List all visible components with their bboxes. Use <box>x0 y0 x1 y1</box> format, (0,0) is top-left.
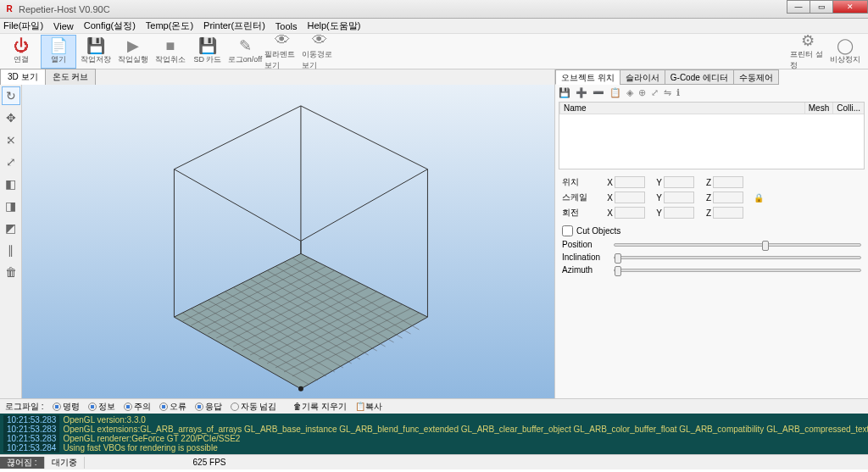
pos-x-input[interactable] <box>615 176 645 188</box>
menu-config[interactable]: Config(설정) <box>84 19 136 32</box>
add-icon[interactable]: ➕ <box>576 87 587 98</box>
pos-y-input[interactable] <box>664 176 694 188</box>
eye-icon: 👁 <box>275 32 290 49</box>
svg-line-0 <box>174 106 301 169</box>
stop-circle-icon: ◯ <box>837 37 854 54</box>
view-top-button[interactable]: ◧ <box>2 175 20 193</box>
svg-line-1 <box>301 106 428 169</box>
main-toolbar: ⏻연결 📄열기 💾작업저장 ▶작업실행 ■작업취소 💾SD 카드 ✎로그on/o… <box>0 34 868 69</box>
move-view-button[interactable]: ✥ <box>2 108 20 127</box>
remove-icon[interactable]: ➖ <box>593 87 604 98</box>
tab-temp-curve[interactable]: 온도 커브 <box>45 69 97 85</box>
inclination-slider[interactable] <box>614 256 861 259</box>
tab-3d-view[interactable]: 3D 보기 <box>0 69 46 85</box>
menu-printer[interactable]: Printer(프린터) <box>203 19 265 32</box>
filter-autoscroll[interactable]: 자동 넘김 <box>231 401 277 413</box>
connect-button[interactable]: ⏻연결 <box>3 35 39 69</box>
menu-view[interactable]: View <box>53 21 74 31</box>
printer-settings-button[interactable]: ⚙프린터 설정 <box>790 35 826 69</box>
scale-x-input[interactable] <box>615 192 645 203</box>
menu-temp[interactable]: Temp(온도) <box>146 19 193 32</box>
run-job-button[interactable]: ▶작업실행 <box>115 35 151 69</box>
copy-log-button[interactable]: 📋복사 <box>355 401 382 413</box>
filter-warnings[interactable]: 주의 <box>124 401 151 413</box>
right-tabs: 오브젝트 위치 슬라이서 G-Code 에디터 수동제어 <box>555 69 868 85</box>
label-rotation: 회전 <box>562 207 596 219</box>
pos-z-input[interactable] <box>713 176 743 188</box>
log-message: OpenGL renderer:GeForce GT 220/PCIe/SSE2 <box>63 434 240 443</box>
col-mesh[interactable]: Mesh <box>804 103 832 114</box>
svg-line-3 <box>301 169 428 242</box>
filament-view-button[interactable]: 👁필라멘트 보기 <box>264 35 300 69</box>
log-timestamp: 10:21:53.283 <box>3 434 59 443</box>
autoplace-icon[interactable]: ◈ <box>626 87 633 98</box>
rot-x-input[interactable] <box>615 207 645 219</box>
clear-log-button[interactable]: 🗑기록 지우기 <box>293 401 347 413</box>
open-button[interactable]: 📄열기 <box>41 35 76 69</box>
filter-ack[interactable]: 응답 <box>195 401 222 413</box>
label-scale: 스케일 <box>562 192 596 203</box>
status-idle: 대기중 <box>45 457 85 469</box>
view-iso-button[interactable]: ◩ <box>2 219 20 237</box>
save-job-button[interactable]: 💾작업저장 <box>78 35 114 69</box>
svg-point-37 <box>298 386 303 391</box>
scale-icon[interactable]: ⤢ <box>651 87 659 98</box>
sdcard-button[interactable]: 💾SD 카드 <box>190 35 225 69</box>
stop-job-button[interactable]: ■작업취소 <box>153 35 188 69</box>
mirror-icon[interactable]: ⇋ <box>664 87 671 98</box>
delete-object-button[interactable]: 🗑 <box>2 263 20 281</box>
status-bar: 끊어짐 : 대기중 625 FPS <box>0 454 868 469</box>
3d-viewport[interactable] <box>22 85 554 398</box>
reset-view-button[interactable]: ↻ <box>2 86 20 105</box>
tab-gcode-editor[interactable]: G-Code 에디터 <box>665 69 734 85</box>
menu-help[interactable]: Help(도움말) <box>308 19 361 32</box>
menu-tools[interactable]: Tools <box>275 21 298 31</box>
log-toggle-button[interactable]: ✎로그on/off <box>227 35 263 69</box>
log-output[interactable]: 10:21:53.283OpenGL version:3.3.0 10:21:5… <box>0 414 868 454</box>
filter-errors[interactable]: 오류 <box>159 401 186 413</box>
center-icon[interactable]: ⊕ <box>638 87 646 98</box>
cut-position-slider[interactable] <box>614 243 861 247</box>
label-cut-position: Position <box>562 240 609 249</box>
rot-z-input[interactable] <box>713 207 743 219</box>
filter-info[interactable]: 정보 <box>88 401 115 413</box>
status-connection: 끊어짐 : <box>0 457 45 469</box>
col-collision[interactable]: Colli... <box>832 103 864 114</box>
lock-icon[interactable]: 🔒 <box>754 193 764 203</box>
save-icon[interactable]: 💾 <box>559 87 570 98</box>
maximize-button[interactable]: ▭ <box>810 0 833 14</box>
scale-y-input[interactable] <box>664 192 694 203</box>
tab-manual-control[interactable]: 수동제어 <box>733 69 779 85</box>
tab-slicer[interactable]: 슬라이서 <box>620 69 665 85</box>
label-position: 위치 <box>562 176 596 188</box>
app-icon: R <box>3 3 15 15</box>
info-icon[interactable]: ℹ <box>676 87 680 98</box>
parallel-proj-button[interactable]: ∥ <box>2 241 20 259</box>
zoom-button[interactable]: ⤢ <box>2 153 20 171</box>
object-list[interactable]: Name Mesh Colli... <box>559 102 865 169</box>
trash-icon: 🗑 <box>293 402 302 411</box>
save-icon: 💾 <box>86 37 105 54</box>
minimize-button[interactable]: — <box>787 0 810 14</box>
label-inclination: Inclination <box>562 253 609 262</box>
move-object-button[interactable]: ⤪ <box>2 130 20 149</box>
col-name[interactable]: Name <box>559 103 804 114</box>
menu-file[interactable]: File(파일) <box>3 19 43 32</box>
rot-y-input[interactable] <box>664 207 694 219</box>
log-message: OpenGL extensions:GL_ARB_arrays_of_array… <box>63 425 868 434</box>
copy-icon[interactable]: 📋 <box>609 87 621 98</box>
azimuth-slider[interactable] <box>614 269 861 272</box>
filter-commands[interactable]: 명령 <box>53 401 80 413</box>
scale-z-input[interactable] <box>713 192 743 203</box>
log-message: OpenGL version:3.3.0 <box>63 415 145 425</box>
tab-object-placement[interactable]: 오브젝트 위치 <box>555 69 620 85</box>
close-button[interactable]: ✕ <box>832 0 868 14</box>
file-icon: 📄 <box>49 37 68 54</box>
log-message: Using fast VBOs for rendering is possibl… <box>63 443 217 453</box>
eye-icon: 👁 <box>312 32 327 49</box>
cut-objects-checkbox[interactable] <box>562 225 573 236</box>
travel-view-button[interactable]: 👁이동경로 보기 <box>302 35 337 69</box>
view-tabs: 3D 보기 온도 커브 <box>0 69 554 85</box>
view-front-button[interactable]: ◨ <box>2 197 20 215</box>
emergency-stop-button[interactable]: ◯비상정지 <box>827 35 863 69</box>
